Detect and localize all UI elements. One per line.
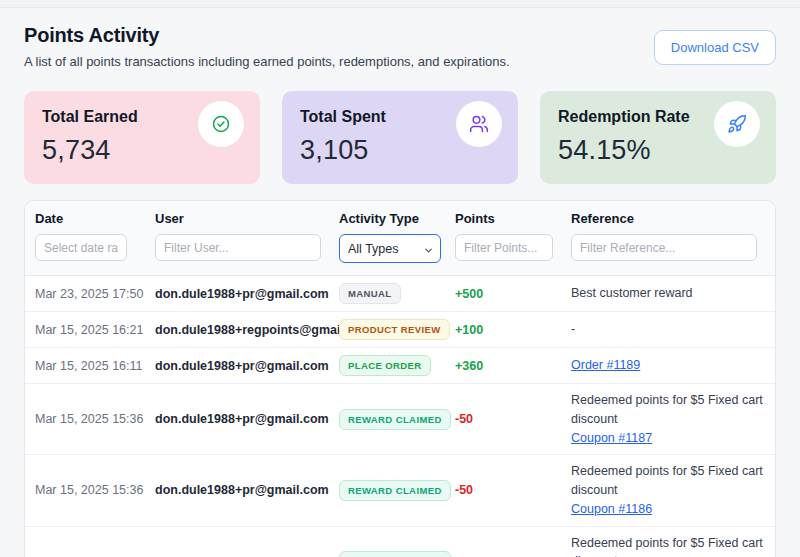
row-date: Mar 23, 2025 17:50 xyxy=(35,287,155,301)
reference-text: Best customer reward xyxy=(571,284,765,303)
activity-type-badge: REWARD CLAIMED xyxy=(339,551,451,557)
reference-link[interactable]: Order #1189 xyxy=(571,358,640,372)
row-points: -50 xyxy=(455,483,571,497)
page-header: Points Activity A list of all points tra… xyxy=(24,24,776,69)
activity-type-badge: PRODUCT REVIEW xyxy=(339,319,450,340)
users-icon xyxy=(469,114,489,134)
row-reference: Redeemed points for $5 Fixed cart discou… xyxy=(571,462,765,518)
stat-card-total-earned: Total Earned 5,734 xyxy=(24,91,260,184)
check-circle-icon xyxy=(211,114,231,134)
row-date: Mar 15, 2025 16:21 xyxy=(35,323,155,337)
row-reference: Best customer reward xyxy=(571,284,765,303)
table-row: Mar 15, 2025 16:21 don.dule1988+regpoint… xyxy=(25,312,775,348)
activity-type-badge: PLACE ORDER xyxy=(339,355,431,376)
row-points: -50 xyxy=(455,412,571,426)
reference-link[interactable]: Coupon #1187 xyxy=(571,431,652,445)
stat-card-redemption-rate: Redemption Rate 54.15% xyxy=(540,91,776,184)
table-row: Mar 15, 2025 15:36 don.dule1988+pr@gmail… xyxy=(25,455,775,526)
points-activity-table: Date User Activity Type All Types xyxy=(24,200,776,557)
stat-icon-circle xyxy=(714,101,760,147)
row-points: +360 xyxy=(455,359,571,373)
stat-cards: Total Earned 5,734 Total Spent 3,105 xyxy=(24,91,776,184)
reference-text: Redeemed points for $5 Fixed cart discou… xyxy=(571,534,765,557)
points-filter-input[interactable] xyxy=(455,234,553,261)
filter-cell-date: Date xyxy=(35,211,155,261)
table-row: Mar 15, 2025 15:36 don.dule1988+pr@gmail… xyxy=(25,384,775,455)
row-reference: Redeemed points for $5 Fixed cart discou… xyxy=(571,534,765,557)
top-divider xyxy=(0,0,800,8)
stat-icon-circle xyxy=(198,101,244,147)
filter-cell-activity-type: Activity Type All Types xyxy=(339,211,455,263)
download-csv-button[interactable]: Download CSV xyxy=(654,30,776,65)
activity-type-badge: REWARD CLAIMED xyxy=(339,480,451,501)
reference-text: Redeemed points for $5 Fixed cart discou… xyxy=(571,391,765,429)
row-reference: Redeemed points for $5 Fixed cart discou… xyxy=(571,391,765,447)
table-row: Mar 23, 2025 17:50 don.dule1988+pr@gmail… xyxy=(25,276,775,312)
column-header-date: Date xyxy=(35,211,141,226)
row-points: +500 xyxy=(455,287,571,301)
row-reference: - xyxy=(571,320,765,339)
reference-link[interactable]: Coupon #1186 xyxy=(571,502,652,516)
row-user: don.dule1988+pr@gmail.com xyxy=(155,287,339,301)
table-body: Mar 23, 2025 17:50 don.dule1988+pr@gmail… xyxy=(25,276,775,557)
user-filter-input[interactable] xyxy=(155,234,321,261)
activity-type-badge: REWARD CLAIMED xyxy=(339,409,451,430)
row-reference: Order #1189 xyxy=(571,356,765,375)
column-header-activity-type: Activity Type xyxy=(339,211,441,226)
filter-cell-user: User xyxy=(155,211,339,261)
reference-text: Redeemed points for $5 Fixed cart discou… xyxy=(571,462,765,500)
table-filter-row: Date User Activity Type All Types xyxy=(25,201,775,276)
row-user: don.dule1988+pr@gmail.com xyxy=(155,483,339,497)
column-header-reference: Reference xyxy=(571,211,761,226)
row-points: +100 xyxy=(455,323,571,337)
reference-filter-input[interactable] xyxy=(571,234,757,261)
table-row: Mar 15, 2025 16:11 don.dule1988+pr@gmail… xyxy=(25,348,775,384)
column-header-user: User xyxy=(155,211,325,226)
row-user: don.dule1988+pr@gmail.com xyxy=(155,359,339,373)
activity-type-badge: MANUAL xyxy=(339,283,401,304)
activity-type-select[interactable]: All Types xyxy=(339,234,441,263)
column-header-points: Points xyxy=(455,211,557,226)
table-row: Mar 15, 2025 15:36 don.dule1988+pr@gmail… xyxy=(25,527,775,557)
row-user: don.dule1988+pr@gmail.com xyxy=(155,412,339,426)
reference-text: - xyxy=(571,320,765,339)
stat-icon-circle xyxy=(456,101,502,147)
row-date: Mar 15, 2025 16:11 xyxy=(35,359,155,373)
row-date: Mar 15, 2025 15:36 xyxy=(35,412,155,426)
row-user: don.dule1988+regpoints@gmail.com xyxy=(155,323,339,337)
filter-cell-reference: Reference xyxy=(571,211,765,261)
row-date: Mar 15, 2025 15:36 xyxy=(35,483,155,497)
filter-cell-points: Points xyxy=(455,211,571,261)
stat-card-total-spent: Total Spent 3,105 xyxy=(282,91,518,184)
rocket-icon xyxy=(727,114,747,134)
date-range-input[interactable] xyxy=(35,234,127,261)
